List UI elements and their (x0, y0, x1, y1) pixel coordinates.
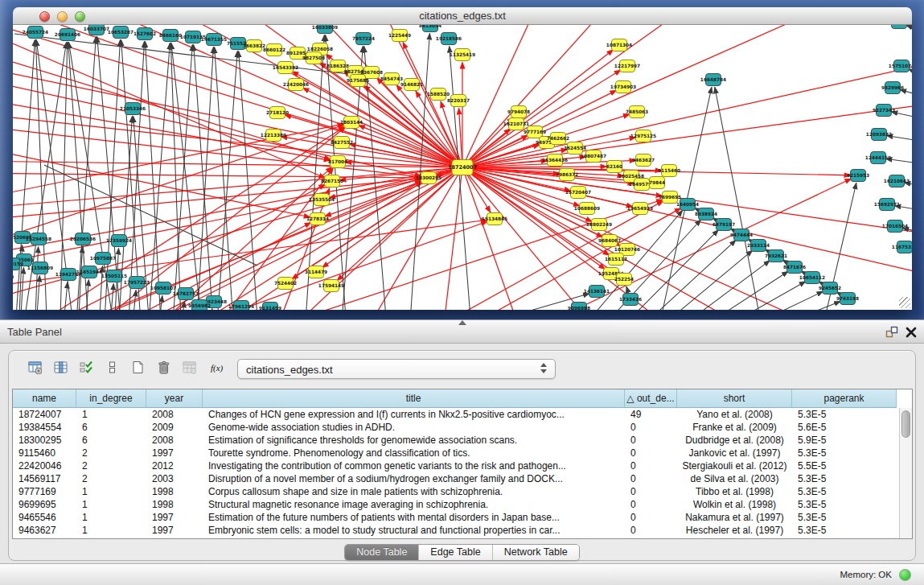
split-pane-handle-icon[interactable] (458, 320, 466, 325)
graph-edge[interactable] (13, 125, 421, 177)
graph-edge[interactable] (638, 250, 753, 310)
graph-edge[interactable] (13, 97, 331, 160)
column-header-year[interactable]: year (146, 389, 203, 408)
graph-node[interactable] (892, 25, 907, 29)
column-header-title[interactable]: title (203, 389, 625, 408)
graph-node-label: 8186328 (326, 64, 349, 68)
graph-edge[interactable] (211, 309, 212, 310)
table-vertical-scrollbar[interactable] (899, 408, 912, 538)
column-header-short[interactable]: short (677, 389, 792, 408)
float-panel-icon[interactable] (885, 325, 899, 340)
row-options-icon[interactable] (101, 357, 123, 380)
create-column-icon[interactable] (126, 357, 149, 380)
table-selector-dropdown[interactable]: citations_edges.txt (237, 359, 556, 379)
citation-network-graph[interactable]: 2405572420691406160337071065328715276028… (13, 25, 912, 310)
graph-node-label: 10653287 (108, 30, 133, 35)
network-view-window[interactable]: citations_edges.txt 24055724206914061603… (13, 7, 912, 310)
table-row[interactable]: 969969511998Structural magnetic resonanc… (13, 498, 900, 511)
graph-edge[interactable] (434, 208, 681, 310)
graph-node-label: 10688609 (574, 206, 600, 211)
memory-status-label: Memory: OK (840, 570, 892, 579)
graph-node-label: 13505115 (101, 274, 127, 278)
table-cell: 5.6E-5 (792, 421, 897, 434)
graph-node-label: 16033809 (312, 25, 338, 30)
graph-node-label: 7932621 (765, 253, 787, 258)
function-builder-icon[interactable]: f(x) (205, 357, 228, 380)
graph-node-label: 16210643 (884, 179, 910, 183)
memory-status-indicator-icon[interactable] (899, 569, 911, 581)
table-tabs: Node TableEdge TableNetwork Table (9, 544, 915, 561)
graph-edge[interactable] (674, 271, 788, 310)
graph-edge[interactable] (900, 90, 912, 97)
graph-edge[interactable] (13, 173, 421, 178)
table-row[interactable]: 1872400712008Changes of HCN gene express… (13, 408, 900, 421)
table-row[interactable]: 1830029562008Estimation of significance … (13, 434, 900, 447)
table-cell: 0 (625, 498, 677, 511)
graph-node-label: 1615112 (605, 257, 627, 262)
network-window-titlebar[interactable]: citations_edges.txt (13, 7, 912, 25)
table-row[interactable]: 977716911998Corpus callosum shape and si… (13, 485, 900, 498)
table-cell: 5.3E-5 (792, 408, 897, 421)
graph-node-label: 9227343 (873, 108, 895, 113)
table-cell: 5.3E-5 (792, 524, 897, 537)
graph-edge[interactable] (326, 35, 346, 310)
column-header-pagerank[interactable]: pagerank (792, 389, 897, 408)
column-visibility-icon[interactable] (49, 357, 72, 380)
column-header-name[interactable]: name (13, 389, 76, 408)
graph-edge[interactable] (709, 291, 823, 310)
graph-edge[interactable] (891, 112, 912, 119)
table-cell: Yano et al. (2008) (677, 408, 792, 421)
table-cell: 6 (76, 434, 146, 447)
graph-edge[interactable] (111, 283, 113, 310)
table-panel-title: Table Panel (7, 326, 62, 338)
table-cell: Corpus callosum shape and size in male p… (203, 485, 625, 498)
graph-node-label: 18802249 (586, 222, 612, 227)
table-cell: 9465546 (13, 511, 76, 524)
scrollbar-thumb[interactable] (901, 410, 910, 438)
graph-node-label: 20691406 (55, 32, 80, 37)
graph-edge[interactable] (215, 47, 233, 310)
graph-node-label: 9474444 (730, 233, 753, 237)
graph-node-label: 13535504 (309, 197, 335, 202)
select-columns-icon[interactable] (75, 357, 97, 380)
table-mode-icon[interactable] (23, 357, 46, 380)
graph-edge[interactable] (727, 301, 840, 310)
table-row[interactable]: 946362711997Embryonic stem cells: a mode… (13, 524, 900, 537)
column-header-in_degree[interactable]: in_degree (76, 389, 146, 408)
graph-node-label: 12217997 (614, 64, 640, 68)
tab-network-table[interactable]: Network Table (492, 545, 579, 560)
graph-edge[interactable] (450, 46, 470, 310)
graph-node-label: 1278314 (306, 216, 329, 221)
graph-node-label: 24055724 (23, 30, 48, 35)
close-panel-icon[interactable] (904, 325, 918, 340)
graph-node-label: 10975887 (90, 256, 116, 261)
graph-edge[interactable] (462, 25, 804, 167)
graph-edge[interactable] (48, 181, 421, 310)
window-resize-grip[interactable] (899, 297, 910, 308)
graph-node-label: 11325419 (450, 52, 475, 57)
table-row[interactable]: 1456911722003Disruption of a novel membe… (13, 472, 900, 485)
table-row[interactable]: 946554611997Estimation of the future num… (13, 511, 900, 524)
column-header-out_de[interactable]: △ out_de... (625, 389, 677, 408)
table-toolbar: f(x) citations_edges.txt (9, 357, 915, 380)
delete-column-icon[interactable] (152, 357, 175, 380)
table-row[interactable]: 2242004622012Investigating the contribut… (13, 459, 900, 472)
graph-edge[interactable] (129, 41, 144, 310)
table-cell: 0 (625, 434, 677, 447)
network-canvas[interactable]: 2405572420691406160337071065328715276028… (13, 25, 912, 310)
tab-node-table[interactable]: Node Table (345, 545, 418, 560)
graph-node-label: 16648784 (700, 77, 726, 82)
graph-edge[interactable] (329, 167, 462, 198)
graph-edge[interactable] (40, 167, 462, 310)
table-row[interactable]: 1938455462009Genome-wide association stu… (13, 421, 900, 434)
table-cell: 2012 (146, 459, 203, 472)
graph-edge[interactable] (442, 167, 462, 310)
graph-edge[interactable] (655, 261, 770, 310)
graph-node-label: 7524402 (274, 281, 297, 286)
graph-node-label: 2803144 (340, 120, 363, 125)
table-row[interactable]: 911546021997Tourette syndrome. Phenomeno… (13, 447, 900, 459)
graph-node-label: 11451944 (76, 270, 102, 274)
graph-node-label: 9356982 (188, 303, 211, 308)
graph-edge[interactable] (364, 46, 386, 310)
tab-edge-table[interactable]: Edge Table (418, 545, 491, 560)
